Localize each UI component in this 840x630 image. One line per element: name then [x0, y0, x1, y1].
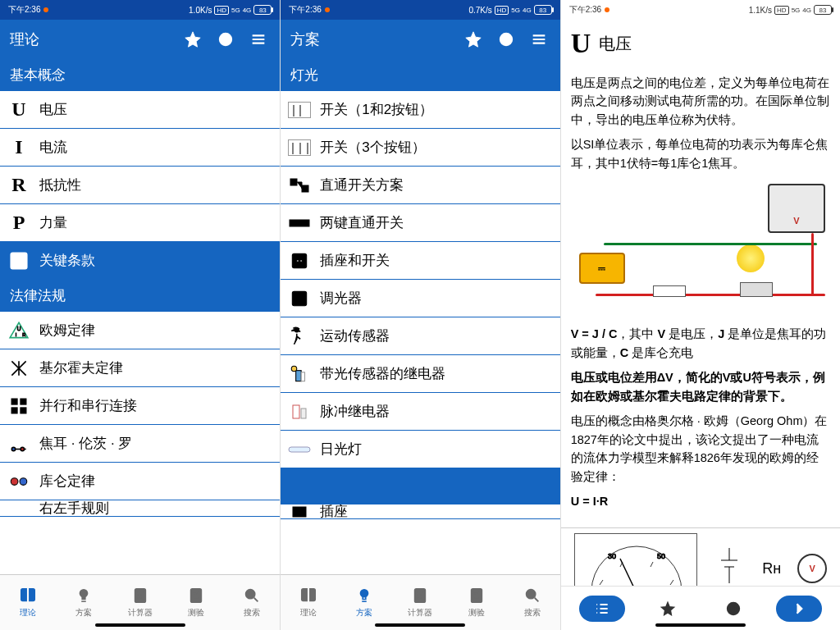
list-item-motion[interactable]: 运动传感器: [281, 317, 559, 355]
hand-button[interactable]: [710, 596, 756, 622]
home-indicator[interactable]: [655, 623, 746, 627]
menu-icon[interactable]: [527, 28, 550, 51]
status-bar: 下午2:36 0.7K/s HD 5G 4G 83: [281, 0, 559, 20]
list-item-switch-1-2[interactable]: 开关（1和2按钮）: [281, 91, 559, 129]
item-label: 运动传感器: [320, 326, 553, 345]
kirchhoff-icon: [7, 356, 31, 381]
tab-quiz[interactable]: 测验: [449, 575, 504, 630]
svg-point-12: [20, 477, 27, 485]
favorite-icon[interactable]: [462, 28, 485, 51]
svg-rect-18: [290, 179, 297, 185]
tab-schemes[interactable]: 方案: [336, 575, 392, 630]
toc-button[interactable]: [579, 596, 625, 622]
list-item-power[interactable]: P力量: [0, 204, 280, 242]
svg-point-11: [11, 477, 18, 485]
bottom-tab-bar: 理论 方案 计算器 测验 搜索: [281, 574, 559, 630]
item-label: 两键直通开关: [320, 213, 553, 232]
hd-badge: HD: [774, 6, 789, 15]
section-header-basic: 基本概念: [0, 59, 280, 91]
svg-text:U: U: [17, 326, 21, 331]
svg-line-42: [620, 559, 637, 586]
svg-rect-14: [135, 589, 145, 603]
list-item-resistance[interactable]: R抵抗性: [0, 167, 280, 204]
list-item-pulse-relay[interactable]: 脉冲继电器: [281, 393, 559, 431]
svg-rect-33: [293, 507, 306, 517]
article-header: U 电压: [561, 20, 840, 67]
list-item-kirchhoff[interactable]: 基尔霍夫定律: [0, 349, 280, 387]
item-label: 插座和开关: [320, 251, 553, 270]
hand-icon[interactable]: [495, 28, 518, 51]
item-label: 调光器: [320, 289, 553, 308]
hand-icon[interactable]: [214, 28, 237, 51]
list-item-series-parallel[interactable]: 并行和串行连接: [0, 387, 280, 425]
tab-calculator[interactable]: 计算器: [112, 575, 168, 630]
list-content[interactable]: 灯光 开关（1和2按钮） 开关（3个按钮） 直通开关方案 两键直通开关 插座和开…: [281, 59, 559, 574]
svg-point-10: [21, 447, 24, 450]
circuit-diagram: V ⎓: [571, 179, 830, 318]
twokey-icon: [287, 211, 312, 235]
item-label: 电压: [39, 100, 273, 119]
list-item-current[interactable]: I电流: [0, 129, 280, 167]
item-label: 脉冲继电器: [320, 402, 553, 421]
tab-quiz[interactable]: 测验: [168, 575, 224, 630]
analog-voltmeter-icon: V 3050: [574, 533, 697, 586]
list-item-socket[interactable]: 插座: [281, 504, 559, 519]
svg-rect-31: [301, 409, 306, 418]
next-button[interactable]: [776, 596, 822, 622]
article-content[interactable]: U 电压 电压是两点之间的电位差，定义为每单位电荷在两点之间移动测试电荷所需的功…: [561, 20, 840, 586]
status-time: 下午2:36: [8, 4, 40, 16]
svg-rect-6: [21, 399, 25, 404]
svg-rect-36: [471, 589, 482, 603]
tab-search[interactable]: 搜索: [504, 575, 560, 630]
symbol-r-icon: R: [7, 173, 31, 198]
item-label: 库仑定律: [39, 472, 273, 491]
svg-point-34: [361, 590, 368, 597]
list-item-hand-rule[interactable]: 右左手规则: [0, 500, 280, 517]
list-item-switch-3[interactable]: 开关（3个按钮）: [281, 129, 559, 167]
svg-point-22: [297, 259, 299, 262]
tab-label: 测验: [188, 607, 204, 619]
list-item-voltage[interactable]: U电压: [0, 91, 280, 129]
tab-theory[interactable]: 理论: [281, 575, 336, 630]
tab-schemes[interactable]: 方案: [56, 575, 112, 630]
list-item-socket-switch[interactable]: 插座和开关: [281, 242, 559, 280]
voltmeter-icon: V: [768, 184, 825, 233]
list-item-ohm[interactable]: UIR欧姆定律: [0, 312, 280, 349]
list-item-highlighted-blank[interactable]: [281, 468, 559, 504]
symbol-u-icon: U: [7, 98, 31, 122]
list-item-glossary[interactable]: 关键条款: [0, 242, 280, 280]
tab-calculator[interactable]: 计算器: [392, 575, 448, 630]
battery-icon: ⎓: [579, 253, 625, 284]
list-item-joule[interactable]: 焦耳 · 伦茨 · 罗: [0, 425, 280, 463]
menu-icon[interactable]: [247, 28, 270, 51]
tab-label: 计算器: [128, 607, 153, 619]
svg-line-40: [651, 562, 653, 567]
list-item-dimmer[interactable]: 调光器: [281, 280, 559, 317]
item-label: 抵抗性: [39, 176, 273, 194]
signal-5g: 5G: [511, 7, 520, 14]
tab-theory[interactable]: 理论: [0, 575, 56, 630]
symbol-u-large-icon: U: [571, 28, 591, 59]
motion-sensor-icon: [287, 324, 312, 349]
item-label: 开关（3个按钮）: [320, 138, 553, 157]
signal-4g: 4G: [802, 7, 811, 14]
home-indicator[interactable]: [375, 623, 465, 627]
favorite-button[interactable]: [645, 596, 691, 622]
item-label: 带光传感器的继电器: [320, 364, 553, 383]
symbol-i-icon: I: [7, 135, 31, 160]
item-label: 焦耳 · 伦茨 · 罗: [39, 434, 273, 453]
svg-rect-35: [415, 589, 426, 603]
list-item-photo-relay[interactable]: 带光传感器的继电器: [281, 355, 559, 393]
svg-rect-19: [302, 185, 308, 192]
app-title: 理论: [10, 30, 171, 49]
list-item-fluorescent[interactable]: 日光灯: [281, 431, 559, 468]
home-indicator[interactable]: [95, 623, 185, 627]
tab-search[interactable]: 搜索: [224, 575, 280, 630]
item-label: 右左手规则: [39, 500, 273, 517]
list-item-coulomb[interactable]: 库仑定律: [0, 463, 280, 500]
item-label: 插座: [320, 504, 553, 519]
list-content[interactable]: 基本概念 U电压 I电流 R抵抗性 P力量 关键条款 法律法规 UIR欧姆定律 …: [0, 59, 280, 574]
list-item-passthrough[interactable]: 直通开关方案: [281, 167, 559, 204]
list-item-twokey[interactable]: 两键直通开关: [281, 204, 559, 242]
favorite-icon[interactable]: [181, 28, 204, 51]
